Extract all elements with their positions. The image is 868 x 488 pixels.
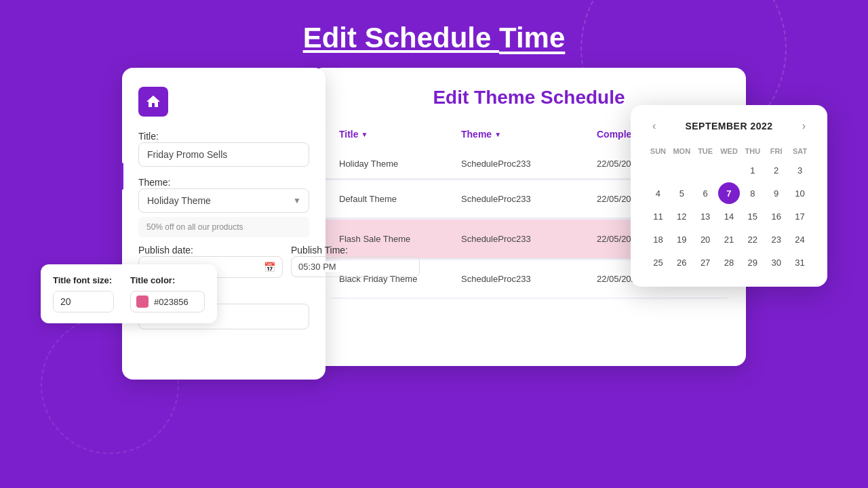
calendar-popup: ‹ SEPTEMBER 2022 › SUN MON TUE WED THU F… xyxy=(631,105,827,287)
cal-day xyxy=(718,159,740,181)
cal-day[interactable]: 22 xyxy=(742,228,764,250)
cal-day-selected[interactable]: 7 xyxy=(718,182,740,204)
font-size-label: Title font size: xyxy=(53,275,114,285)
cal-day[interactable]: 28 xyxy=(718,251,740,273)
cal-header-fri: FRI xyxy=(765,144,787,158)
cell-theme: ScheduleProc233 xyxy=(461,234,597,244)
promo-hint: 50% off on all our products xyxy=(138,217,309,237)
calendar-next-button[interactable]: › xyxy=(797,119,811,134)
cell-title: Flash Sale Theme xyxy=(339,234,461,244)
cal-day[interactable]: 10 xyxy=(789,182,811,204)
cal-day[interactable]: 14 xyxy=(718,205,740,227)
cal-day[interactable]: 20 xyxy=(694,228,716,250)
cell-title: Holiday Theme xyxy=(339,159,461,169)
sort-icon: ▼ xyxy=(494,131,501,138)
cal-day xyxy=(671,159,692,181)
font-color-card: Title font size: PX ▲ ▼ Title color: xyxy=(41,264,217,323)
color-swatch[interactable] xyxy=(136,296,149,308)
calendar-grid: SUN MON TUE WED THU FRI SAT 1 2 3 4 5 6 … xyxy=(647,144,811,273)
cal-header-wed: WED xyxy=(718,144,741,158)
cal-day[interactable]: 3 xyxy=(789,159,811,181)
page-title: Edit Schedule Time xyxy=(0,0,868,68)
cal-day[interactable]: 1 xyxy=(742,159,764,181)
title-label: Title: xyxy=(138,131,159,142)
calendar-icon: 📅 xyxy=(264,262,275,272)
calendar-month-year: SEPTEMBER 2022 xyxy=(685,121,772,131)
cell-theme: ScheduleProc233 xyxy=(461,274,597,284)
cal-header-tue: TUE xyxy=(694,144,717,158)
cal-day[interactable]: 24 xyxy=(789,228,811,250)
cal-day[interactable]: 30 xyxy=(766,251,787,273)
cal-day[interactable]: 2 xyxy=(766,159,787,181)
cell-theme: ScheduleProc233 xyxy=(461,159,597,169)
cal-day xyxy=(694,159,716,181)
cal-day[interactable]: 15 xyxy=(742,205,764,227)
cal-day[interactable]: 6 xyxy=(694,182,716,204)
cal-day[interactable]: 31 xyxy=(789,251,811,273)
cal-day[interactable]: 4 xyxy=(647,182,669,204)
col-title: Title ▼ xyxy=(339,129,461,140)
calendar-prev-button[interactable]: ‹ xyxy=(647,119,661,134)
cal-header-sun: SUN xyxy=(647,144,669,158)
home-icon xyxy=(138,87,168,117)
cal-day[interactable]: 16 xyxy=(766,205,787,227)
cal-day[interactable]: 27 xyxy=(694,251,716,273)
left-panel: Title: Theme: Holiday Theme Default Them… xyxy=(122,68,326,380)
cal-day[interactable]: 29 xyxy=(742,251,764,273)
font-size-input[interactable] xyxy=(54,291,114,312)
home-svg xyxy=(145,94,161,110)
color-label: Title color: xyxy=(130,275,205,285)
cal-header-thu: THU xyxy=(741,144,764,158)
cal-day[interactable]: 12 xyxy=(671,205,692,227)
cal-day[interactable]: 21 xyxy=(718,228,740,250)
title-input[interactable] xyxy=(138,142,309,167)
cal-day[interactable]: 8 xyxy=(742,182,764,204)
cell-theme: ScheduleProc233 xyxy=(461,194,597,204)
theme-select[interactable]: Holiday Theme Default Theme Flash Sale T… xyxy=(138,188,309,213)
cal-day[interactable]: 18 xyxy=(647,228,669,250)
publish-time-input[interactable] xyxy=(298,262,412,272)
cal-header-mon: MON xyxy=(671,144,693,158)
publish-date-label: Publish date: xyxy=(138,245,193,256)
cal-day[interactable]: 26 xyxy=(671,251,692,273)
purple-bar xyxy=(121,163,123,190)
cal-day[interactable]: 13 xyxy=(694,205,716,227)
cal-day[interactable]: 23 xyxy=(766,228,787,250)
cal-day xyxy=(647,159,669,181)
cal-day[interactable]: 25 xyxy=(647,251,669,273)
cal-day[interactable]: 9 xyxy=(766,182,787,204)
color-hex-input[interactable] xyxy=(154,297,201,307)
cal-header-sat: SAT xyxy=(789,144,811,158)
publish-time-label: Publish Time: xyxy=(291,245,348,256)
cal-day[interactable]: 5 xyxy=(671,182,692,204)
cell-title: Default Theme xyxy=(339,194,461,204)
theme-label: Theme: xyxy=(138,177,170,188)
sort-icon: ▼ xyxy=(361,131,368,138)
col-theme: Theme ▼ xyxy=(461,129,597,140)
cal-day[interactable]: 11 xyxy=(647,205,669,227)
cal-day[interactable]: 19 xyxy=(671,228,692,250)
cal-day[interactable]: 17 xyxy=(789,205,811,227)
